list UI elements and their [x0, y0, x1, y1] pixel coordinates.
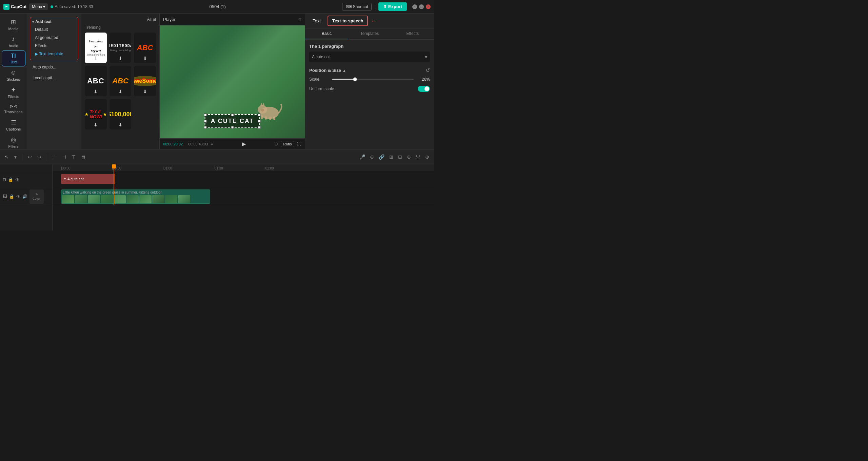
eye-icon-2[interactable]: 👁 [16, 194, 20, 199]
ai-generated-button[interactable]: AI generated [32, 34, 76, 42]
text-template-button[interactable]: ▶ Text template [32, 50, 76, 58]
tool-text[interactable]: TI Text [2, 51, 25, 66]
resize-handle-ml[interactable] [204, 120, 207, 123]
resize-handle-br[interactable] [258, 126, 261, 129]
local-caption-button[interactable]: Local capti... [30, 74, 78, 82]
delete-button[interactable]: 🗑 [80, 153, 87, 161]
subtab-effects[interactable]: Effects [391, 28, 434, 39]
svg-marker-3 [262, 103, 265, 106]
close-button[interactable]: ✕ [426, 4, 431, 9]
undo-button[interactable]: ↩ [26, 153, 33, 161]
default-text-button[interactable]: Default [32, 25, 76, 34]
playhead[interactable] [114, 164, 114, 171]
resize-handle-tm[interactable] [231, 114, 234, 116]
audio-icon-2[interactable]: 🔊 [22, 194, 27, 199]
all-filter-button[interactable]: All ⊟ [147, 17, 156, 22]
split-right-button[interactable]: ⊣ [61, 153, 67, 161]
reset-button[interactable]: ↺ [426, 67, 430, 74]
resize-handle-bl[interactable] [204, 126, 207, 129]
lock-icon-2[interactable]: 🔒 [9, 194, 14, 199]
tab-text-to-speech[interactable]: Text-to-speech [328, 16, 368, 26]
export-button[interactable]: ⬆ Export [378, 2, 407, 11]
tool-media[interactable]: ⊞ Media [2, 16, 25, 33]
zoom-in-button[interactable]: ⊕ [406, 153, 412, 161]
resize-handle-mr[interactable] [258, 120, 261, 123]
add-track-button[interactable]: ⊕ [424, 153, 431, 161]
subtab-templates[interactable]: Templates [348, 28, 391, 39]
download-icon-5: ⬇ [118, 89, 122, 94]
eye-icon-1[interactable]: 👁 [15, 177, 19, 182]
fullscreen-button[interactable]: ⛶ [297, 141, 301, 146]
select-dropdown[interactable]: ▾ [13, 153, 18, 161]
template-card-4[interactable]: ABC ⬇ [85, 66, 107, 96]
effects-icon: ✦ [11, 86, 16, 94]
link-button[interactable]: 🔗 [377, 153, 386, 161]
cover-block[interactable]: ✎ Cover [29, 189, 44, 204]
text-track-icon: TI [3, 178, 6, 182]
menu-button[interactable]: Menu ▾ [29, 3, 48, 10]
effects-button[interactable]: Effects [32, 42, 76, 50]
chevron-down-icon: ▾ [32, 20, 34, 24]
timeline-view-button[interactable]: ≡ [211, 141, 213, 146]
uniform-scale-toggle[interactable] [418, 86, 430, 92]
right-panel: Text Text-to-speech ← Basic Templates Ef… [305, 14, 434, 149]
toolbar-separator-2 [47, 154, 47, 160]
caption-button[interactable]: ⊟ [397, 153, 403, 161]
timeline-body: TI 🔒 👁 🖼 🔒 👁 🔊 ✎ Cover |00:00 |00: [0, 164, 434, 230]
template-card-2[interactable]: UNEDITEDDAY living alone blog ⬇ [110, 33, 132, 63]
split-all-button[interactable]: ⊤ [70, 153, 77, 161]
tool-audio[interactable]: ♪ Audio [2, 34, 25, 50]
template-card-5[interactable]: ABC ⬇ [110, 66, 132, 96]
tool-captions[interactable]: ☰ Captions [2, 117, 25, 133]
resize-handle-tr[interactable] [258, 114, 261, 116]
ratio-button[interactable]: Ratio [281, 141, 294, 147]
template-card-8[interactable]: $100,000 ⬇ [110, 99, 132, 129]
subtab-basic[interactable]: Basic [305, 28, 348, 39]
split-button[interactable]: ⊢ [51, 153, 58, 161]
snap-button[interactable]: ⊕ [369, 153, 375, 161]
template-card-6[interactable]: AweSome! ⬇ [134, 66, 156, 96]
add-text-header[interactable]: ▾ Add text [32, 19, 76, 24]
screenshot-button[interactable]: ⊙ [274, 141, 278, 146]
image-track-icon: 🖼 [3, 194, 7, 199]
text-clip[interactable]: ≡ A cute cat [61, 174, 115, 184]
download-icon-7: ⬇ [94, 122, 98, 127]
export-icon: ⬆ [383, 4, 387, 9]
template-card-1[interactable]: FocusingonMyself living alone blog ⬇ [85, 33, 107, 63]
template-card-3[interactable]: ABC ⬇ [134, 33, 156, 63]
tool-stickers[interactable]: ☺ Stickers [2, 67, 25, 83]
paragraph-input[interactable]: A cute cat ▾ [309, 52, 430, 62]
template-card-7[interactable]: ★ TrY It NOWI ★ ⬇ [85, 99, 107, 129]
shield-button[interactable]: ⛉ [414, 153, 422, 161]
auto-caption-button[interactable]: Auto captio... [30, 63, 78, 71]
template-card-1-text: FocusingonMyself living alone blog [86, 39, 105, 57]
player-canvas: A CUTE CAT [160, 25, 305, 138]
tool-effects[interactable]: ✦ Effects [2, 84, 25, 101]
minimize-button[interactable]: − [412, 4, 417, 9]
tool-transitions[interactable]: ⊳⊲ Transitions [2, 101, 25, 116]
scale-slider[interactable] [332, 79, 414, 80]
player-menu-icon[interactable]: ≡ [298, 16, 301, 22]
shortcut-button[interactable]: ⌨ Shortcut [342, 3, 372, 11]
text-overlay[interactable]: A CUTE CAT [205, 114, 260, 128]
topbar-right: ⌨ Shortcut | ⬆ Export − □ ✕ [342, 2, 431, 11]
select-tool[interactable]: ↖ [3, 153, 10, 161]
lock-icon-1[interactable]: 🔒 [8, 177, 13, 182]
play-button[interactable]: ▶ [242, 141, 246, 147]
logo-icon: ✂ [3, 4, 9, 10]
record-button[interactable]: 🎤 [358, 153, 367, 161]
align-button[interactable]: ⊞ [388, 153, 395, 161]
redo-button[interactable]: ↪ [36, 153, 43, 161]
template-card-7-text: ★ TrY It NOWI ★ [85, 109, 107, 119]
resize-handle-tl[interactable] [204, 114, 207, 116]
tab-text[interactable]: Text [309, 16, 325, 25]
playhead-line-video [114, 188, 114, 205]
scale-label: Scale [309, 77, 330, 82]
text-track-content: ≡ A cute cat [53, 171, 434, 188]
tool-filters[interactable]: ◎ Filters [2, 134, 25, 151]
video-clip[interactable]: Little kitten walking on the green grass… [61, 189, 210, 204]
logo-text: CapCut [11, 4, 26, 9]
maximize-button[interactable]: □ [419, 4, 424, 9]
svg-rect-11 [273, 116, 275, 120]
resize-handle-bm[interactable] [231, 126, 234, 129]
